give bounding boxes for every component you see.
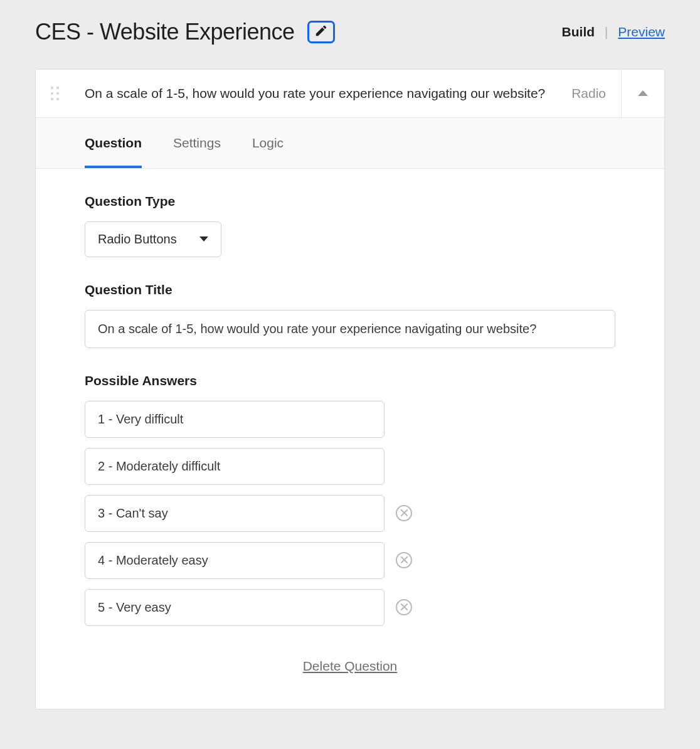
page-header: CES - Website Experience Build | Preview bbox=[35, 19, 665, 45]
edit-title-button[interactable] bbox=[307, 21, 335, 43]
answer-input[interactable] bbox=[85, 589, 384, 626]
delete-question-link[interactable]: Delete Question bbox=[303, 659, 398, 673]
question-type-select[interactable]: Radio Buttons bbox=[85, 221, 221, 257]
answer-input[interactable] bbox=[85, 448, 384, 485]
answer-row bbox=[85, 589, 615, 626]
x-icon bbox=[401, 555, 408, 566]
tab-settings[interactable]: Settings bbox=[173, 118, 221, 168]
question-card: On a scale of 1-5, how would you rate yo… bbox=[35, 69, 665, 709]
collapse-button[interactable] bbox=[622, 70, 664, 117]
page-title: CES - Website Experience bbox=[35, 19, 295, 45]
question-card-header: On a scale of 1-5, how would you rate yo… bbox=[36, 70, 664, 118]
build-link[interactable]: Build bbox=[562, 24, 595, 40]
answer-row bbox=[85, 401, 615, 438]
question-title-label: Question Title bbox=[85, 282, 615, 297]
answer-row bbox=[85, 542, 615, 579]
question-title-input[interactable] bbox=[85, 310, 615, 348]
x-icon bbox=[401, 602, 408, 613]
caret-up-icon bbox=[638, 90, 648, 96]
tab-question[interactable]: Question bbox=[85, 118, 142, 168]
answer-input[interactable] bbox=[85, 401, 384, 438]
title-group: CES - Website Experience bbox=[35, 19, 335, 45]
link-divider: | bbox=[605, 25, 608, 40]
delete-row: Delete Question bbox=[85, 659, 615, 674]
drag-icon bbox=[51, 87, 59, 100]
possible-answers-label: Possible Answers bbox=[85, 373, 615, 388]
remove-answer-button[interactable] bbox=[396, 599, 412, 615]
x-icon bbox=[401, 507, 408, 519]
question-body: Question Type Radio Buttons Question Tit… bbox=[36, 169, 664, 709]
header-links: Build | Preview bbox=[562, 24, 665, 40]
answer-row bbox=[85, 448, 615, 485]
remove-answer-button[interactable] bbox=[396, 552, 412, 568]
remove-answer-button[interactable] bbox=[396, 505, 412, 521]
preview-link[interactable]: Preview bbox=[618, 24, 665, 40]
tab-logic[interactable]: Logic bbox=[252, 118, 284, 168]
tab-row: Question Settings Logic bbox=[36, 118, 664, 169]
answer-row bbox=[85, 495, 615, 532]
question-type-value: Radio Buttons bbox=[98, 232, 177, 247]
question-summary: On a scale of 1-5, how would you rate yo… bbox=[73, 70, 556, 117]
answer-input[interactable] bbox=[85, 495, 384, 532]
answers-list bbox=[85, 401, 615, 626]
caret-down-icon bbox=[199, 236, 208, 242]
question-type-label: Question Type bbox=[85, 194, 615, 209]
drag-handle[interactable] bbox=[36, 70, 73, 117]
question-type-badge: Radio bbox=[556, 70, 622, 117]
answer-input[interactable] bbox=[85, 542, 384, 579]
pencil-icon bbox=[314, 24, 328, 40]
